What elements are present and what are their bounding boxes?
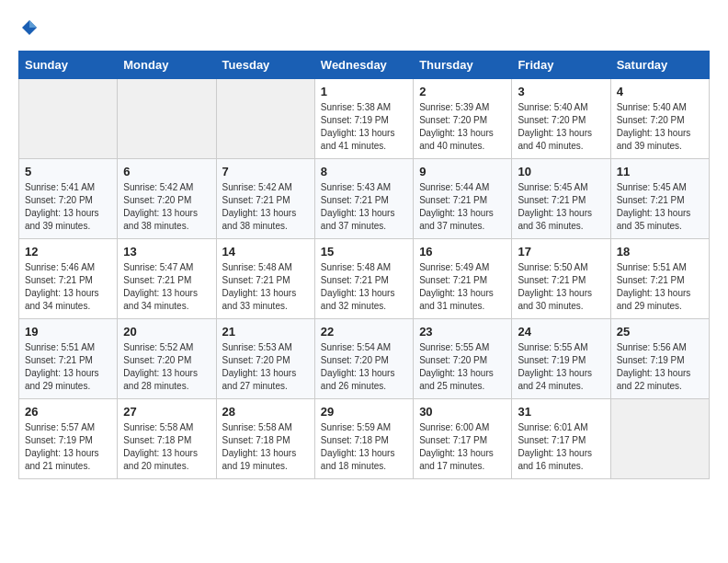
logo	[18, 18, 39, 41]
day-number: 24	[518, 325, 604, 339]
day-number: 15	[321, 245, 407, 259]
calendar-cell: 11Sunrise: 5:45 AMSunset: 7:21 PMDayligh…	[610, 159, 709, 239]
calendar-cell: 19Sunrise: 5:51 AMSunset: 7:21 PMDayligh…	[19, 319, 118, 399]
calendar-cell: 24Sunrise: 5:55 AMSunset: 7:19 PMDayligh…	[512, 319, 610, 399]
day-number: 9	[419, 165, 506, 178]
calendar-week-row: 19Sunrise: 5:51 AMSunset: 7:21 PMDayligh…	[19, 319, 710, 399]
day-info: Sunrise: 5:40 AMSunset: 7:20 PMDaylight:…	[617, 101, 703, 153]
day-number: 6	[123, 165, 210, 178]
calendar-cell: 17Sunrise: 5:50 AMSunset: 7:21 PMDayligh…	[512, 239, 610, 319]
day-number: 3	[518, 85, 604, 98]
day-number: 19	[25, 325, 111, 339]
calendar-cell: 8Sunrise: 5:43 AMSunset: 7:21 PMDaylight…	[314, 159, 413, 239]
calendar-week-row: 26Sunrise: 5:57 AMSunset: 7:19 PMDayligh…	[19, 399, 710, 479]
weekday-header-monday: Monday	[118, 52, 216, 79]
weekday-header-tuesday: Tuesday	[216, 52, 314, 79]
calendar-cell: 2Sunrise: 5:39 AMSunset: 7:20 PMDaylight…	[414, 79, 512, 159]
weekday-header-wednesday: Wednesday	[314, 52, 413, 79]
day-number: 23	[419, 325, 506, 339]
logo-icon	[20, 18, 39, 37]
calendar-cell: 29Sunrise: 5:59 AMSunset: 7:18 PMDayligh…	[314, 399, 413, 479]
day-number: 20	[123, 325, 210, 339]
page-header	[18, 18, 710, 41]
calendar-cell: 30Sunrise: 6:00 AMSunset: 7:17 PMDayligh…	[414, 399, 512, 479]
day-number: 16	[419, 245, 506, 259]
calendar-cell: 9Sunrise: 5:44 AMSunset: 7:21 PMDaylight…	[414, 159, 512, 239]
calendar-cell: 10Sunrise: 5:45 AMSunset: 7:21 PMDayligh…	[512, 159, 610, 239]
calendar-cell: 7Sunrise: 5:42 AMSunset: 7:21 PMDaylight…	[216, 159, 314, 239]
day-number: 8	[321, 165, 407, 178]
day-info: Sunrise: 5:54 AMSunset: 7:20 PMDaylight:…	[321, 341, 407, 393]
day-info: Sunrise: 5:48 AMSunset: 7:21 PMDaylight:…	[222, 261, 309, 313]
calendar-week-row: 12Sunrise: 5:46 AMSunset: 7:21 PMDayligh…	[19, 239, 710, 319]
day-info: Sunrise: 5:48 AMSunset: 7:21 PMDaylight:…	[321, 261, 407, 313]
day-info: Sunrise: 5:39 AMSunset: 7:20 PMDaylight:…	[419, 101, 506, 153]
day-number: 12	[25, 245, 111, 259]
day-info: Sunrise: 5:46 AMSunset: 7:21 PMDaylight:…	[25, 261, 111, 313]
day-info: Sunrise: 5:40 AMSunset: 7:20 PMDaylight:…	[518, 101, 604, 153]
day-info: Sunrise: 5:53 AMSunset: 7:20 PMDaylight:…	[222, 341, 309, 393]
calendar-cell: 3Sunrise: 5:40 AMSunset: 7:20 PMDaylight…	[512, 79, 610, 159]
day-info: Sunrise: 5:41 AMSunset: 7:20 PMDaylight:…	[25, 181, 111, 233]
calendar-cell: 16Sunrise: 5:49 AMSunset: 7:21 PMDayligh…	[414, 239, 512, 319]
calendar-cell: 26Sunrise: 5:57 AMSunset: 7:19 PMDayligh…	[19, 399, 118, 479]
day-number: 26	[25, 405, 111, 419]
day-info: Sunrise: 5:55 AMSunset: 7:19 PMDaylight:…	[518, 341, 604, 393]
weekday-header-friday: Friday	[512, 52, 610, 79]
day-number: 7	[222, 165, 309, 178]
day-info: Sunrise: 5:52 AMSunset: 7:20 PMDaylight:…	[123, 341, 210, 393]
day-number: 1	[321, 85, 407, 98]
day-number: 22	[321, 325, 407, 339]
day-number: 14	[222, 245, 309, 259]
day-info: Sunrise: 5:43 AMSunset: 7:21 PMDaylight:…	[321, 181, 407, 233]
calendar-cell: 21Sunrise: 5:53 AMSunset: 7:20 PMDayligh…	[216, 319, 314, 399]
calendar-cell	[610, 399, 709, 479]
day-info: Sunrise: 5:49 AMSunset: 7:21 PMDaylight:…	[419, 261, 506, 313]
day-info: Sunrise: 5:55 AMSunset: 7:20 PMDaylight:…	[419, 341, 506, 393]
calendar-week-row: 5Sunrise: 5:41 AMSunset: 7:20 PMDaylight…	[19, 159, 710, 239]
day-info: Sunrise: 6:00 AMSunset: 7:17 PMDaylight:…	[419, 421, 506, 473]
day-number: 28	[222, 405, 309, 419]
day-number: 4	[617, 85, 703, 98]
calendar-cell: 27Sunrise: 5:58 AMSunset: 7:18 PMDayligh…	[118, 399, 216, 479]
calendar-cell	[118, 79, 216, 159]
day-number: 11	[617, 165, 703, 178]
day-number: 10	[518, 165, 604, 178]
calendar-cell	[19, 79, 118, 159]
weekday-header-thursday: Thursday	[414, 52, 512, 79]
calendar-cell: 1Sunrise: 5:38 AMSunset: 7:19 PMDaylight…	[314, 79, 413, 159]
calendar-cell: 4Sunrise: 5:40 AMSunset: 7:20 PMDaylight…	[610, 79, 709, 159]
day-number: 25	[617, 325, 703, 339]
day-info: Sunrise: 6:01 AMSunset: 7:17 PMDaylight:…	[518, 421, 604, 473]
day-number: 27	[123, 405, 210, 419]
calendar-cell: 15Sunrise: 5:48 AMSunset: 7:21 PMDayligh…	[314, 239, 413, 319]
day-info: Sunrise: 5:50 AMSunset: 7:21 PMDaylight:…	[518, 261, 604, 313]
calendar-week-row: 1Sunrise: 5:38 AMSunset: 7:19 PMDaylight…	[19, 79, 710, 159]
day-info: Sunrise: 5:59 AMSunset: 7:18 PMDaylight:…	[321, 421, 407, 473]
weekday-header-saturday: Saturday	[610, 52, 709, 79]
calendar-cell: 18Sunrise: 5:51 AMSunset: 7:21 PMDayligh…	[610, 239, 709, 319]
calendar-table: SundayMondayTuesdayWednesdayThursdayFrid…	[18, 51, 710, 479]
calendar-cell: 12Sunrise: 5:46 AMSunset: 7:21 PMDayligh…	[19, 239, 118, 319]
calendar-cell: 23Sunrise: 5:55 AMSunset: 7:20 PMDayligh…	[414, 319, 512, 399]
calendar-cell: 22Sunrise: 5:54 AMSunset: 7:20 PMDayligh…	[314, 319, 413, 399]
day-number: 17	[518, 245, 604, 259]
day-number: 29	[321, 405, 407, 419]
calendar-cell: 5Sunrise: 5:41 AMSunset: 7:20 PMDaylight…	[19, 159, 118, 239]
day-number: 13	[123, 245, 210, 259]
day-info: Sunrise: 5:56 AMSunset: 7:19 PMDaylight:…	[617, 341, 703, 393]
day-info: Sunrise: 5:47 AMSunset: 7:21 PMDaylight:…	[123, 261, 210, 313]
day-info: Sunrise: 5:42 AMSunset: 7:20 PMDaylight:…	[123, 181, 210, 233]
calendar-cell: 14Sunrise: 5:48 AMSunset: 7:21 PMDayligh…	[216, 239, 314, 319]
day-info: Sunrise: 5:58 AMSunset: 7:18 PMDaylight:…	[222, 421, 309, 473]
day-number: 5	[25, 165, 111, 178]
day-number: 18	[617, 245, 703, 259]
day-number: 31	[518, 405, 604, 419]
calendar-cell: 20Sunrise: 5:52 AMSunset: 7:20 PMDayligh…	[118, 319, 216, 399]
day-info: Sunrise: 5:42 AMSunset: 7:21 PMDaylight:…	[222, 181, 309, 233]
day-info: Sunrise: 5:38 AMSunset: 7:19 PMDaylight:…	[321, 101, 407, 153]
weekday-header-sunday: Sunday	[19, 52, 118, 79]
calendar-cell: 28Sunrise: 5:58 AMSunset: 7:18 PMDayligh…	[216, 399, 314, 479]
day-number: 30	[419, 405, 506, 419]
day-number: 2	[419, 85, 506, 98]
